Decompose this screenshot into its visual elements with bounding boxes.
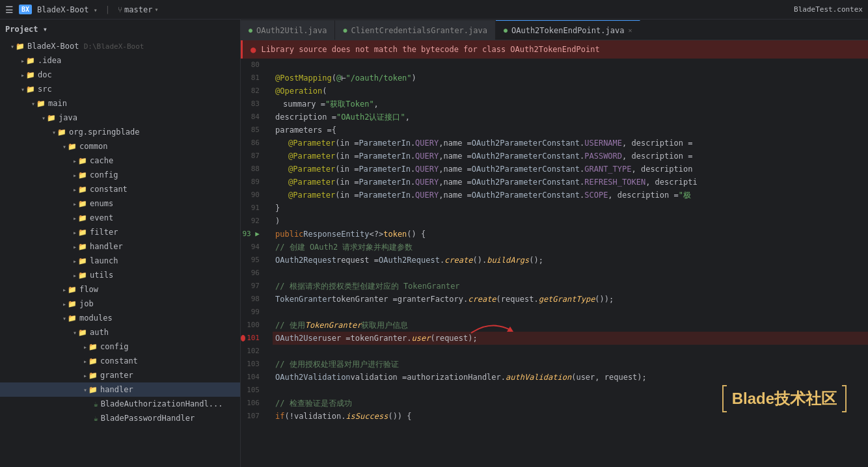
hamburger-icon[interactable]: ☰ [5,5,14,15]
sidebar: Project ▾ ▾ 📁 BladeX-Boot D:\BladeX-Boot… [0,20,241,467]
folder-icon: 📁 [68,286,77,294]
arrow-icon: ▾ [62,143,66,150]
code-line-99 [273,306,868,319]
tree-item-handler-selected[interactable]: ▾ 📁 handler [0,382,240,397]
arrow-icon: ▾ [52,129,56,136]
code-line-85: parameters = { [273,124,868,137]
top-bar-left: ☰ BX BladeX-Boot ▾ | ⑂ master ▾ [5,5,158,15]
arrow-icon: ▸ [73,229,77,236]
tree-item-handler[interactable]: ▸ 📁 handler [0,239,240,254]
code-editor[interactable]: 80 81 82 83 84 85 86 87 88 89 90 91 92 9… [241,59,868,467]
tree-item-src[interactable]: ▾ 📁 src [0,82,240,96]
folder-icon: 📁 [47,114,56,122]
line-num-85: 85 [241,124,265,137]
error-bar: ● Library source does not match the byte… [241,40,868,59]
line-num-101: 101 [241,332,265,345]
tree-item-auth[interactable]: ▾ 📁 auth [0,325,240,340]
editor-area: ● OAuth2Util.java ● ClientCredentialsGra… [241,20,868,467]
arrow-icon: ▾ [10,43,14,50]
arrow-icon: ▸ [73,215,77,222]
code-line-107: if (!validation.isSuccess()) { [273,410,868,423]
tree-item-auth-config[interactable]: ▸ 📁 config [0,340,240,354]
code-line-92: ) [273,215,868,228]
tree-item-blade-auth-handler[interactable]: ☕ BladeAuthorizationHandl... [0,397,240,411]
arrow-icon: ▸ [62,286,66,293]
tree-item-bladex-boot[interactable]: ▾ 📁 BladeX-Boot D:\BladeX-Boot [0,39,240,53]
folder-icon: 📁 [68,300,77,308]
line-num-104: 104 [241,371,265,384]
tree-item-config[interactable]: ▸ 📁 config [0,168,240,182]
folder-icon: 📁 [78,328,87,337]
code-line-87: @Parameter(in = ParameterIn.QUERY, name … [273,150,868,163]
code-line-94: // 创建 OAuth2 请求对象并构建参数 [273,241,868,254]
arrow-icon: ▸ [83,358,87,365]
folder-icon: 📁 [88,386,98,394]
tab-clientcredentials[interactable]: ● ClientCredentialsGranter.java [335,20,496,40]
folder-icon: 📁 [78,185,87,194]
arrow-icon: ▸ [73,272,77,279]
folder-icon: 📁 [68,314,77,323]
code-line-89: @Parameter(in = ParameterIn.QUERY, name … [273,176,868,189]
tree-item-java[interactable]: ▾ 📁 java [0,111,240,125]
folder-icon: 📁 [68,142,77,151]
arrow-icon: ▸ [73,243,77,250]
tree-item-launch[interactable]: ▸ 📁 launch [0,254,240,268]
tree-item-blade-password-handler[interactable]: ☕ BladePasswordHandler [0,411,240,425]
tree-item-event[interactable]: ▸ 📁 event [0,211,240,225]
line-num-89: 89 [241,176,265,189]
tree-item-filter[interactable]: ▸ 📁 filter [0,225,240,239]
tree-item-common[interactable]: ▾ 📁 common [0,139,240,153]
code-content[interactable]: @PostMapping(@⊢"/oauth/token") @Operatio… [270,59,868,467]
tree-item-doc[interactable]: ▸ 📁 doc [0,68,240,82]
error-icon: ● [251,44,256,55]
tree-item-flow[interactable]: ▸ 📁 flow [0,282,240,297]
folder-icon: 📁 [78,157,87,165]
arrow-icon: ▸ [73,200,77,207]
line-num-91: 91 [241,202,265,215]
tree-item-auth-constant[interactable]: ▸ 📁 constant [0,354,240,368]
folder-icon: 📁 [26,57,35,65]
line-num-88: 88 [241,163,265,176]
java-file-icon: ☕ [94,400,98,408]
close-tab-icon[interactable]: ✕ [628,27,632,34]
line-num-86: 86 [241,137,265,150]
line-num-92: 92 [241,215,265,228]
tree-item-constant[interactable]: ▸ 📁 constant [0,182,240,196]
line-num-84: 84 [241,111,265,124]
folder-icon: 📁 [78,257,87,265]
arrow-icon: ▾ [42,114,46,122]
branch-selector[interactable]: ⑂ master ▾ [118,5,158,14]
tree-item-job[interactable]: ▸ 📁 job [0,297,240,311]
tree-item-idea[interactable]: ▸ 📁 .idea [0,53,240,68]
tree-item-modules[interactable]: ▾ 📁 modules [0,311,240,325]
line-num-80: 80 [241,59,265,72]
error-message: Library source does not match the byteco… [261,45,599,54]
folder-icon: 📁 [88,343,98,351]
code-line-83: summary = "获取Token", [273,98,868,111]
line-num-90: 90 [241,189,265,202]
tree-item-granter[interactable]: ▸ 📁 granter [0,368,240,382]
context-info: BladeTest.contex [794,5,863,14]
sidebar-header[interactable]: Project ▾ [0,20,240,39]
line-num-94: 94 [241,241,265,254]
line-num-87: 87 [241,150,265,163]
folder-icon: 📁 [78,271,87,280]
tree-item-main[interactable]: ▾ 📁 main [0,96,240,111]
code-line-81: @PostMapping(@⊢"/oauth/token") [273,72,868,85]
code-line-105 [273,384,868,397]
tree-item-org-springblade[interactable]: ▾ 📁 org.springblade [0,125,240,139]
line-num-83: 83 [241,98,265,111]
code-line-93: public ResponseEntity<?> token() { [273,228,868,241]
project-name[interactable]: BladeX-Boot ▾ [37,5,98,14]
tab-oauth2util[interactable]: ● OAuth2Util.java [241,20,335,40]
tree-item-utils[interactable]: ▸ 📁 utils [0,268,240,282]
folder-icon: 📁 [78,214,87,222]
tab-oauth2tokenendpoint[interactable]: ● OAuth2TokenEndPoint.java ✕ [496,20,640,40]
folder-icon: 📁 [88,371,98,380]
folder-icon: 📁 [16,42,25,51]
arrow-icon: ▸ [73,157,77,165]
tree-item-enums[interactable]: ▸ 📁 enums [0,196,240,211]
tree-item-cache[interactable]: ▸ 📁 cache [0,153,240,168]
arrow-icon: ▸ [73,186,77,193]
folder-icon: 📁 [57,128,66,137]
